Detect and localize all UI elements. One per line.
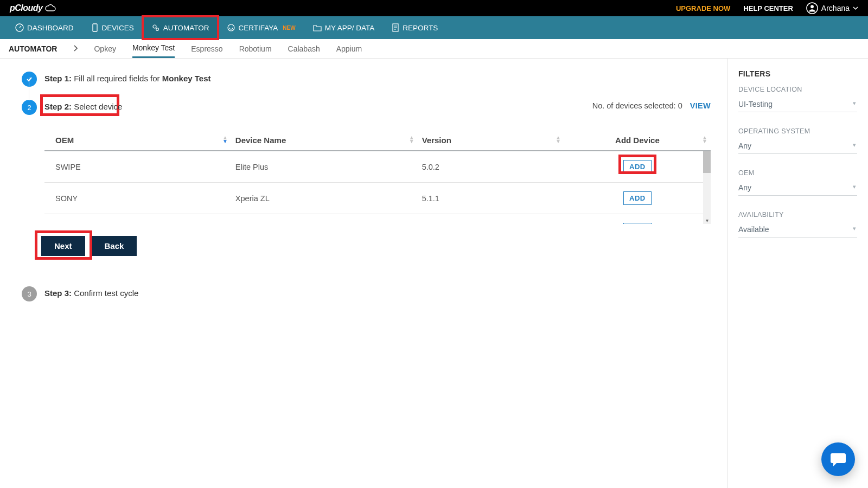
sort-icon: ▲▼ [222, 136, 228, 143]
step-2-text: Select device [72, 102, 122, 111]
step-1: Step 1: Fill all required fields for Mon… [22, 72, 711, 87]
table-row: SAMSUNG S6 Edge 7.0.0 ADD [44, 214, 711, 224]
nav-reports-label: REPORTS [403, 24, 438, 32]
step-2-body: OEM ▲▼ Device Name ▲▼ Version ▲▼ Add D [44, 130, 711, 256]
cell-oem: SAMSUNG [44, 214, 231, 224]
scrollbar-thumb[interactable] [703, 151, 711, 173]
step-1-text: Fill all required fields for [72, 74, 162, 83]
main-nav: DASHBOARD DEVICES AUTOMATOR CERTIFAYA NE… [0, 16, 868, 39]
nav-myapp[interactable]: MY APP/ DATA [304, 16, 384, 39]
step-3-text: Confirm test cycle [72, 288, 138, 298]
step-3-label: Step 3: [44, 288, 72, 298]
nav-myapp-label: MY APP/ DATA [325, 24, 375, 32]
filter-availability-label: AVAILABILITY [738, 211, 857, 219]
step-3: 3 Step 3: Confirm test cycle [22, 286, 711, 301]
nav-reports[interactable]: REPORTS [383, 16, 446, 39]
cell-oem: SWIPE [44, 151, 231, 183]
filter-oem[interactable]: Any [738, 180, 857, 196]
gauge-icon [15, 23, 24, 32]
cell-version: 7.0.0 [418, 214, 564, 224]
tab-appium[interactable]: Appium [336, 40, 362, 57]
cell-device: Xperia ZL [231, 183, 418, 214]
chat-button[interactable] [821, 442, 855, 476]
step-2-badge: 2 [22, 100, 37, 115]
next-button[interactable]: Next [41, 236, 85, 256]
sort-icon: ▲▼ [556, 136, 561, 143]
logo: pCloudy [10, 3, 56, 13]
nav-devices[interactable]: DEVICES [82, 16, 143, 39]
filter-oem-label: OEM [738, 169, 857, 177]
filter-location-value: UI-Testing [738, 97, 857, 112]
scrollbar-down[interactable]: ▾ [703, 216, 711, 224]
main-panel: Step 1: Fill all required fields for Mon… [0, 59, 727, 488]
filter-availability-value: Available [738, 222, 857, 237]
col-oem-header[interactable]: OEM ▲▼ [44, 130, 231, 151]
add-button[interactable]: ADD [623, 160, 652, 174]
selected-count-label: No. of devices selected: [592, 101, 678, 110]
col-add-header[interactable]: Add Device ▲▼ [564, 130, 711, 151]
table-row: SWIPE Elite Plus 5.0.2 ADD [44, 151, 711, 183]
step-2-label: Step 2: [44, 102, 72, 111]
logo-text: pCloudy [10, 3, 43, 13]
step-3-badge: 3 [22, 286, 37, 301]
step-1-strong: Monkey Test [162, 74, 211, 83]
col-oem-label: OEM [49, 136, 74, 145]
add-button[interactable]: ADD [623, 223, 652, 224]
topbar: pCloudy UPGRADE NOW HELP CENTER Archana [0, 0, 868, 16]
user-menu[interactable]: Archana [806, 2, 858, 14]
nav-certifaya[interactable]: CERTIFAYA NEW [218, 16, 304, 39]
sort-icon: ▲▼ [409, 136, 414, 143]
step-1-label: Step 1: [44, 74, 72, 83]
tab-monkey-test[interactable]: Monkey Test [132, 39, 175, 58]
cell-device: Elite Plus [231, 151, 418, 183]
add-button[interactable]: ADD [623, 191, 652, 205]
button-row: Next Back [41, 236, 711, 256]
step-2: 2 Step 2: Select device No. of devices s… [22, 100, 711, 115]
filter-availability[interactable]: Available [738, 222, 857, 237]
step-connector [29, 77, 29, 101]
step-2-header: Step 2: Select device No. of devices sel… [44, 100, 711, 111]
cell-version: 5.1.1 [418, 183, 564, 214]
gears-icon [151, 23, 160, 32]
certifaya-icon [227, 23, 235, 32]
nav-dashboard[interactable]: DASHBOARD [7, 16, 82, 39]
back-button[interactable]: Back [92, 236, 137, 256]
upgrade-link[interactable]: UPGRADE NOW [676, 4, 730, 12]
step-1-badge [22, 72, 37, 87]
filter-os[interactable]: Any [738, 138, 857, 154]
content: Step 1: Fill all required fields for Mon… [0, 59, 868, 488]
chevron-down-icon [853, 5, 858, 11]
topbar-right: UPGRADE NOW HELP CENTER Archana [676, 2, 858, 14]
cell-device: S6 Edge [231, 214, 418, 224]
cell-oem: SONY [44, 183, 231, 214]
svg-point-4 [153, 25, 156, 28]
new-badge: NEW [283, 25, 295, 31]
nav-automator[interactable]: AUTOMATOR [143, 16, 218, 39]
chevron-right-icon [73, 44, 78, 53]
col-version-label: Version [422, 136, 451, 145]
tab-opkey[interactable]: Opkey [94, 40, 116, 57]
col-version-header[interactable]: Version ▲▼ [418, 130, 564, 151]
tab-calabash[interactable]: Calabash [288, 40, 320, 57]
avatar-icon [806, 2, 818, 14]
col-device-label: Device Name [235, 136, 286, 145]
tab-espresso[interactable]: Espresso [191, 40, 222, 57]
step-2-right: No. of devices selected: 0 VIEW [592, 101, 711, 110]
nav-automator-label: AUTOMATOR [163, 24, 209, 32]
help-link[interactable]: HELP CENTER [743, 4, 793, 12]
cell-version: 5.0.2 [418, 151, 564, 183]
filter-location[interactable]: UI-Testing [738, 97, 857, 112]
svg-point-6 [228, 24, 234, 31]
view-link[interactable]: VIEW [690, 101, 711, 110]
tab-robotium[interactable]: Robotium [239, 40, 272, 57]
breadcrumb: AUTOMATOR [9, 44, 57, 53]
table-row: SONY Xperia ZL 5.1.1 ADD [44, 183, 711, 214]
filter-os-label: OPERATING SYSTEM [738, 127, 857, 135]
col-device-header[interactable]: Device Name ▲▼ [231, 130, 418, 151]
device-icon [91, 23, 99, 32]
nav-dashboard-label: DASHBOARD [27, 24, 74, 32]
filter-oem-value: Any [738, 180, 857, 196]
check-icon [25, 75, 33, 83]
doc-icon [392, 23, 399, 32]
subnav: AUTOMATOR Opkey Monkey Test Espresso Rob… [0, 39, 868, 59]
